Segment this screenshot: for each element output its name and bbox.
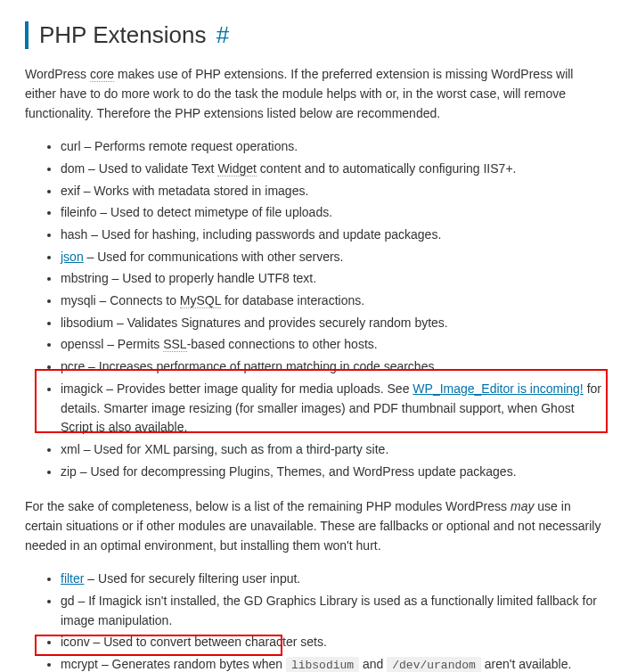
section-heading: PHP Extensions #: [25, 21, 604, 49]
text: dom – Used to validate Text: [61, 161, 217, 176]
list-item-imagick: imagick – Provides better image quality …: [61, 380, 604, 438]
list-item: mbstring – Used to properly handle UTF8 …: [61, 269, 604, 289]
intro-paragraph: WordPress core makes use of PHP extensio…: [25, 65, 604, 123]
text: WordPress: [25, 67, 90, 81]
heading-text: PHP Extensions: [39, 21, 206, 48]
list-item: zip – Used for decompressing Plugins, Th…: [61, 463, 604, 482]
text: -based connections to other hosts.: [187, 337, 378, 351]
list-item: libsodium – Validates Signatures and pro…: [61, 314, 604, 333]
list-item: fileinfo – Used to detect mimetype of fi…: [61, 203, 604, 223]
text: and: [359, 657, 387, 671]
text: aren't available.: [481, 657, 572, 671]
text: mysqli – Connects to: [61, 293, 180, 307]
list-item: dom – Used to validate Text Widget conte…: [61, 160, 604, 179]
list-item: exif – Works with metadata stored in ima…: [61, 182, 604, 201]
text: – Used for communications with other ser…: [84, 250, 344, 264]
list-item: filter – Used for securely filtering use…: [61, 570, 604, 589]
list-item: xml – Used for XML parsing, such as from…: [61, 440, 604, 460]
text: mcrypt – Generates random bytes when: [61, 657, 286, 671]
text: For the sake of completeness, below is a…: [25, 499, 511, 513]
primary-extension-list: curl – Performs remote request operation…: [25, 137, 604, 481]
list-item: pcre – Increases performance of pattern …: [61, 357, 604, 377]
code-libsodium: libsodium: [286, 657, 359, 672]
emphasis: may: [511, 499, 534, 513]
fallback-intro-paragraph: For the sake of completeness, below is a…: [25, 497, 604, 555]
text: content and to automatically configuring…: [257, 161, 516, 176]
heading-anchor-link[interactable]: #: [216, 21, 229, 48]
list-item: openssl – Permits SSL-based connections …: [61, 335, 604, 355]
text: imagick – Provides better image quality …: [61, 381, 413, 396]
glossary-widget[interactable]: Widget: [217, 161, 257, 176]
text: for database interactions.: [221, 293, 364, 307]
article-body: PHP Extensions # WordPress core makes us…: [0, 0, 629, 672]
list-item: iconv – Used to convert between characte…: [61, 633, 604, 652]
list-item: json – Used for communications with othe…: [61, 248, 604, 267]
fallback-extension-list: filter – Used for securely filtering use…: [25, 570, 604, 672]
list-item: hash – Used for hashing, including passw…: [61, 225, 604, 245]
list-item: gd – If Imagick isn't installed, the GD …: [61, 592, 604, 630]
list-item: curl – Performs remote request operation…: [61, 137, 604, 157]
glossary-ssl[interactable]: SSL: [163, 337, 186, 352]
wp-image-editor-link[interactable]: WP_Image_Editor is incoming!: [413, 381, 583, 396]
text: – Used for securely filtering user input…: [84, 571, 300, 586]
filter-link[interactable]: filter: [61, 571, 84, 586]
text: openssl – Permits: [61, 337, 163, 351]
code-dev-urandom: /dev/urandom: [387, 657, 481, 672]
list-item: mcrypt – Generates random bytes when lib…: [61, 655, 604, 672]
list-item: mysqli – Connects to MySQL for database …: [61, 291, 604, 311]
glossary-core[interactable]: core: [90, 67, 114, 82]
json-link[interactable]: json: [61, 250, 84, 264]
glossary-mysql[interactable]: MySQL: [180, 293, 221, 308]
